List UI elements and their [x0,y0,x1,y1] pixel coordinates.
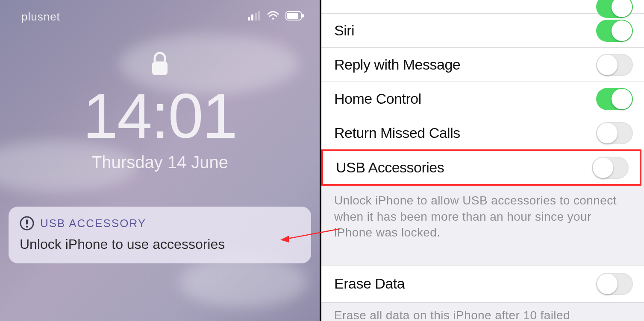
setting-row-control-centre[interactable]: Control Centre [321,0,644,14]
status-icons [248,10,304,23]
battery-icon [285,10,304,23]
toggle-reply-with-message[interactable] [596,54,633,76]
wallpaper-cloud [179,256,308,307]
setting-label: Reply with Message [334,56,460,73]
toggle-siri[interactable] [596,20,633,42]
setting-row-return-missed-calls[interactable]: Return Missed Calls [321,116,644,150]
svg-point-10 [26,226,28,228]
svg-rect-6 [302,14,304,18]
wifi-icon [267,10,279,23]
usb-footer-text: Unlock iPhone to allow USB accessories t… [321,186,644,251]
setting-label: Return Missed Calls [334,125,460,141]
toggle-erase-data[interactable] [596,273,633,295]
setting-row-usb-accessories[interactable]: USB Accessories [321,149,641,185]
lockscreen-time: 14:01 [83,85,237,148]
status-bar: plusnet [0,10,320,23]
lock-icon [150,51,169,79]
toggle-control-centre[interactable] [596,0,633,18]
signal-icon [248,10,261,23]
setting-label: Erase Data [334,275,405,292]
usb-accessory-notification[interactable]: USB ACCESSORY Unlock iPhone to use acces… [9,207,311,263]
svg-rect-1 [251,15,253,20]
svg-rect-2 [255,13,257,20]
setting-label: USB Accessories [336,159,444,176]
lockscreen-date: Thursday 14 June [91,153,228,172]
setting-label: Siri [334,22,354,39]
svg-rect-0 [248,17,250,20]
erase-footer-text: Erase all data on this iPhone after 10 f… [321,303,644,321]
svg-rect-7 [152,61,168,75]
alert-icon [20,216,34,231]
svg-rect-3 [258,11,260,20]
toggle-return-missed-calls[interactable] [596,122,633,144]
toggle-home-control[interactable] [596,88,633,110]
setting-label: Home Control [334,90,421,107]
lockscreen: plusnet 14:01 Thursday 14 June USB ACCES… [0,0,321,321]
carrier-label: plusnet [21,10,60,23]
svg-rect-5 [287,13,298,19]
notification-message: Unlock iPhone to use accessories [20,236,300,252]
settings-panel: Control Centre Siri Reply with Message H… [321,0,644,321]
setting-row-reply-with-message[interactable]: Reply with Message [321,48,644,82]
svg-rect-9 [26,219,28,225]
setting-row-siri[interactable]: Siri [321,14,644,48]
setting-row-home-control[interactable]: Home Control [321,82,644,116]
section-gap [321,251,644,265]
lockscreen-center: 14:01 Thursday 14 June [0,51,320,172]
notification-title: USB ACCESSORY [40,217,146,230]
setting-row-erase-data[interactable]: Erase Data [321,265,644,303]
toggle-usb-accessories[interactable] [592,157,629,179]
